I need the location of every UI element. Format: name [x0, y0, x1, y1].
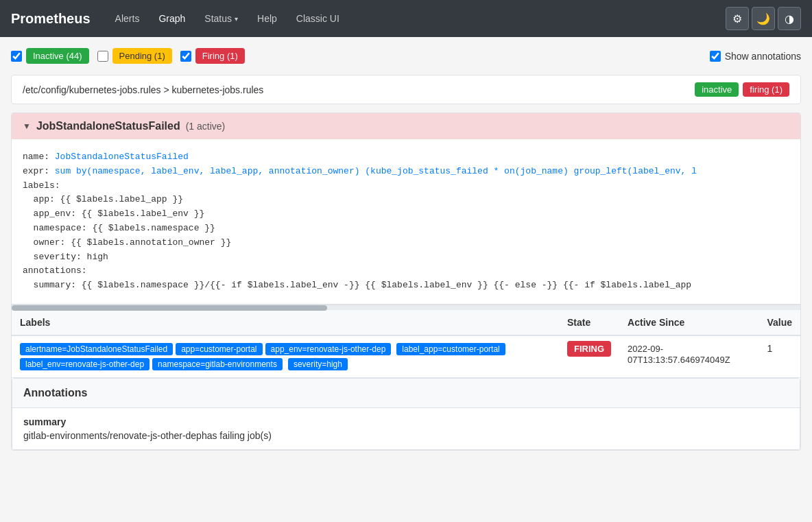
table-row: alertname=JobStandaloneStatusFailed app=…	[12, 335, 800, 378]
light-mode-button[interactable]: ◑	[778, 7, 801, 30]
filter-bar: Inactive (44) Pending (1) Firing (1) Sho…	[11, 48, 801, 64]
pending-filter[interactable]: Pending (1)	[97, 48, 172, 64]
rule-name-value[interactable]: JobStandaloneStatusFailed	[55, 152, 189, 162]
value-cell: 1	[759, 335, 800, 378]
label-tag-severity[interactable]: severity=high	[288, 358, 348, 370]
nav-status[interactable]: Status ▾	[196, 8, 246, 29]
rule-details: name: JobStandaloneStatusFailed expr: su…	[12, 139, 800, 305]
col-labels: Labels	[12, 310, 559, 335]
rule-expr-value: sum by(namespace, label_env, label_app, …	[55, 166, 697, 176]
alert-rule-title: JobStandaloneStatusFailed	[36, 120, 180, 132]
dark-mode-button[interactable]: 🌙	[752, 7, 775, 30]
show-annotations-toggle[interactable]: Show annotations	[710, 51, 801, 62]
nav-alerts[interactable]: Alerts	[107, 8, 148, 29]
annotations-title: Annotations	[23, 387, 87, 399]
rule-expr-line: expr: sum by(namespace, label_env, label…	[23, 165, 789, 179]
label-tag-alertname[interactable]: alertname=JobStandaloneStatusFailed	[20, 343, 173, 355]
alert-rule-header[interactable]: ▼ JobStandaloneStatusFailed (1 active)	[12, 113, 800, 139]
navbar-right: ⚙ 🌙 ◑	[726, 7, 801, 30]
col-value: Value	[759, 310, 800, 335]
inactive-badge[interactable]: Inactive (44)	[26, 48, 89, 64]
pending-badge[interactable]: Pending (1)	[112, 48, 172, 64]
active-since-timestamp: 2022-09-07T13:13:57.646974049Z	[628, 344, 730, 365]
alert-instances-table: Labels State Active Since Value alertnam…	[12, 310, 800, 378]
nav-menu: Alerts Graph Status ▾ Help Classic UI	[107, 8, 726, 29]
navbar: Prometheus Alerts Graph Status ▾ Help Cl…	[0, 0, 812, 37]
rule-path-text: /etc/config/kubernetes-jobs.rules > kube…	[23, 84, 263, 95]
rule-inactive-badge: inactive	[695, 82, 739, 97]
inactive-checkbox[interactable]	[11, 51, 22, 62]
status-dropdown-arrow: ▾	[235, 15, 238, 23]
firing-checkbox[interactable]	[180, 51, 191, 62]
col-active-since: Active Since	[619, 310, 759, 335]
annotation-value: gitlab-environments/renovate-js-other-de…	[23, 430, 789, 441]
value-number: 1	[767, 343, 772, 354]
active-since-cell: 2022-09-07T13:13:57.646974049Z	[619, 335, 759, 378]
label-tag-app[interactable]: app=customer-portal	[176, 343, 262, 355]
rule-firing-badge: firing (1)	[743, 82, 789, 97]
annotations-section: Annotations summary gitlab-environments/…	[12, 378, 800, 450]
show-annotations-checkbox[interactable]	[710, 51, 721, 62]
firing-state-badge: FIRING	[567, 341, 611, 357]
alert-rule: ▼ JobStandaloneStatusFailed (1 active) n…	[11, 112, 801, 451]
label-tag-app-env[interactable]: app_env=renovate-js-other-dep	[265, 343, 392, 355]
show-annotations-label: Show annotations	[725, 51, 801, 62]
col-state: State	[559, 310, 619, 335]
rule-code: name: JobStandaloneStatusFailed expr: su…	[23, 150, 789, 293]
state-cell: FIRING	[559, 335, 619, 378]
main-content: Inactive (44) Pending (1) Firing (1) Sho…	[0, 37, 812, 470]
rule-annotations-block: annotations: summary: {{ $labels.namespa…	[23, 264, 789, 293]
firing-filter[interactable]: Firing (1)	[180, 48, 245, 64]
pending-checkbox[interactable]	[97, 51, 108, 62]
alert-rule-count: (1 active)	[186, 121, 226, 132]
collapse-chevron: ▼	[23, 121, 31, 131]
rule-name-line: name: JobStandaloneStatusFailed	[23, 150, 789, 165]
table-header: Labels State Active Since Value	[12, 310, 800, 335]
firing-badge[interactable]: Firing (1)	[195, 48, 245, 64]
nav-help[interactable]: Help	[249, 8, 285, 29]
annotations-header: Annotations	[12, 379, 800, 408]
scrollbar-thumb[interactable]	[12, 305, 327, 311]
labels-cell: alertname=JobStandaloneStatusFailed app=…	[12, 335, 559, 378]
nav-graph[interactable]: Graph	[150, 8, 193, 29]
annotation-key: summary	[23, 416, 789, 427]
horizontal-scrollbar[interactable]	[12, 305, 800, 310]
rule-labels-block: labels: app: {{ $labels.label_app }} app…	[23, 179, 789, 265]
settings-button[interactable]: ⚙	[726, 7, 749, 30]
nav-classic-ui[interactable]: Classic UI	[288, 8, 348, 29]
brand-logo[interactable]: Prometheus	[11, 11, 91, 27]
label-tag-label-env[interactable]: label_env=renovate-js-other-dep	[20, 358, 150, 370]
label-tag-label-app[interactable]: label_app=customer-portal	[396, 343, 505, 355]
rule-path-badges: inactive firing (1)	[695, 82, 789, 97]
table-body: alertname=JobStandaloneStatusFailed app=…	[12, 335, 800, 378]
rule-path-bar: /etc/config/kubernetes-jobs.rules > kube…	[11, 75, 801, 104]
inactive-filter[interactable]: Inactive (44)	[11, 48, 89, 64]
label-tag-namespace[interactable]: namespace=gitlab-environments	[152, 358, 283, 370]
labels-list: alertname=JobStandaloneStatusFailed app=…	[20, 343, 551, 370]
annotation-item-summary: summary gitlab-environments/renovate-js-…	[12, 408, 800, 449]
